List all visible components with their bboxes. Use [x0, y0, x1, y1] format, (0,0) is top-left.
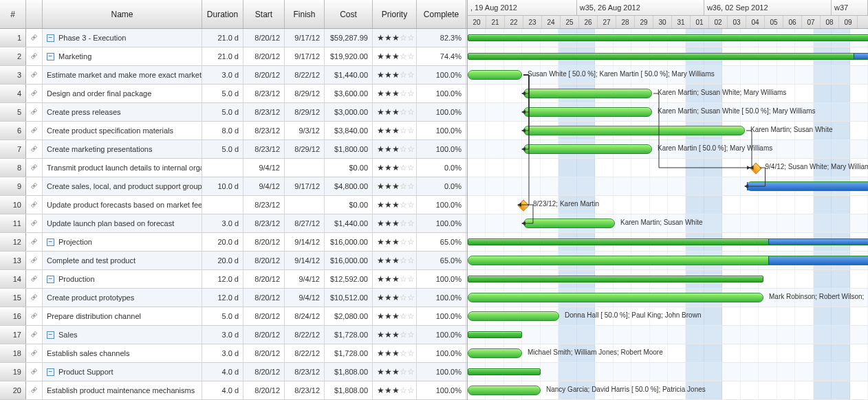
finish-cell[interactable]: 8/22/12 — [285, 326, 325, 344]
task-name-cell[interactable]: Create sales, local, and product support… — [43, 177, 202, 195]
start-cell[interactable]: 8/20/12 — [243, 326, 285, 344]
gantt-row[interactable] — [468, 47, 868, 66]
gantt-row[interactable]: Karen Martin [ 50.0 %]; Mary Williams — [468, 140, 868, 159]
gantt-row[interactable] — [468, 233, 868, 252]
duration-cell[interactable]: 3.0 d — [202, 66, 243, 84]
finish-cell[interactable]: 8/22/12 — [285, 66, 325, 84]
table-row[interactable]: 1−Phase 3 - Execution21.0 d8/20/129/17/1… — [0, 29, 467, 47]
link-icon[interactable] — [26, 344, 43, 362]
day-header[interactable]: 22 — [505, 16, 523, 28]
task-bar[interactable] — [523, 107, 652, 117]
row-number[interactable]: 19 — [0, 363, 26, 381]
row-number[interactable]: 1 — [0, 29, 26, 47]
priority-stars[interactable]: ★★★☆☆ — [377, 163, 415, 173]
complete-cell[interactable]: 100.0% — [417, 307, 466, 325]
priority-stars[interactable]: ★★★☆☆ — [377, 256, 415, 265]
cost-cell[interactable]: $3,000.00 — [325, 103, 373, 121]
cost-cell[interactable]: $2,080.00 — [325, 307, 373, 325]
col-header-start[interactable]: Start — [243, 0, 285, 28]
cost-cell[interactable]: $19,920.00 — [325, 47, 373, 65]
table-row[interactable]: 6Create product specification materials8… — [0, 122, 467, 140]
duration-cell[interactable]: 20.0 d — [202, 233, 243, 251]
task-name-cell[interactable]: −Marketing — [43, 47, 202, 65]
duration-cell[interactable] — [202, 159, 243, 177]
cost-cell[interactable]: $10,512.00 — [325, 289, 373, 307]
task-name-cell[interactable]: Prepare distribution channel — [43, 307, 202, 325]
priority-stars[interactable]: ★★★☆☆ — [377, 33, 415, 43]
priority-cell[interactable]: ★★★☆☆ — [373, 289, 417, 307]
table-row[interactable]: 16Prepare distribution channel5.0 d8/20/… — [0, 307, 467, 326]
priority-stars[interactable]: ★★★☆☆ — [377, 70, 415, 80]
link-icon[interactable] — [26, 66, 43, 84]
link-icon[interactable] — [26, 177, 43, 195]
complete-cell[interactable]: 100.0% — [417, 344, 466, 362]
complete-cell[interactable]: 100.0% — [417, 214, 466, 232]
priority-cell[interactable]: ★★★☆☆ — [373, 47, 417, 65]
priority-cell[interactable]: ★★★☆☆ — [373, 196, 417, 214]
table-row[interactable]: 10Update product forecasts based on mark… — [0, 196, 467, 214]
finish-cell[interactable]: 9/3/12 — [285, 122, 325, 140]
gantt-row[interactable]: Karen Martin; Susan White; Mary Williams — [468, 85, 868, 103]
day-header[interactable]: 24 — [542, 16, 561, 28]
start-cell[interactable]: 8/20/12 — [243, 381, 285, 399]
complete-cell[interactable]: 100.0% — [417, 140, 466, 158]
complete-cell[interactable]: 82.3% — [417, 29, 466, 47]
priority-stars[interactable]: ★★★☆☆ — [377, 386, 415, 395]
priority-stars[interactable]: ★★★☆☆ — [377, 311, 415, 321]
row-number[interactable]: 3 — [0, 66, 26, 84]
priority-cell[interactable]: ★★★☆☆ — [373, 177, 417, 195]
duration-cell[interactable]: 20.0 d — [202, 252, 243, 269]
gantt-row[interactable]: Susan White [ 50.0 %]; Karen Martin [ 50… — [468, 66, 868, 85]
table-row[interactable]: 7Create marketing presentations5.0 d8/23… — [0, 140, 467, 159]
task-bar[interactable] — [523, 144, 652, 154]
start-cell[interactable]: 8/23/12 — [243, 140, 285, 158]
finish-cell[interactable]: 9/4/12 — [285, 289, 325, 307]
task-name-cell[interactable]: Create press releases — [43, 103, 202, 121]
priority-stars[interactable]: ★★★☆☆ — [377, 89, 415, 98]
complete-cell[interactable]: 100.0% — [417, 66, 466, 84]
priority-stars[interactable]: ★★★☆☆ — [377, 237, 415, 247]
table-row[interactable]: 19−Product Support4.0 d8/20/128/23/12$1,… — [0, 363, 467, 381]
link-icon[interactable] — [26, 381, 43, 399]
finish-cell[interactable]: 8/27/12 — [285, 214, 325, 232]
gantt-row[interactable] — [468, 29, 868, 47]
row-number[interactable]: 13 — [0, 252, 26, 269]
row-number[interactable]: 10 — [0, 196, 26, 214]
complete-cell[interactable]: 0.0% — [417, 177, 466, 195]
cost-cell[interactable]: $1,808.00 — [325, 363, 373, 381]
start-cell[interactable]: 8/20/12 — [243, 29, 285, 47]
link-icon[interactable] — [26, 307, 43, 325]
duration-cell[interactable]: 12.0 d — [202, 289, 243, 307]
row-number[interactable]: 11 — [0, 214, 26, 232]
gantt-row[interactable]: 9/4/12; Susan White; Mary Williams — [468, 159, 868, 177]
priority-cell[interactable]: ★★★☆☆ — [373, 66, 417, 84]
col-header-complete[interactable]: Complete — [417, 0, 466, 28]
complete-cell[interactable]: 100.0% — [417, 196, 466, 214]
collapse-icon[interactable]: − — [47, 53, 54, 60]
finish-cell[interactable]: 9/17/12 — [285, 47, 325, 65]
priority-stars[interactable]: ★★★☆☆ — [377, 107, 415, 117]
day-header[interactable]: 01 — [691, 16, 709, 28]
duration-cell[interactable]: 5.0 d — [202, 140, 243, 158]
task-name-cell[interactable]: Create product prototypes — [43, 289, 202, 307]
cost-cell[interactable]: $3,600.00 — [325, 85, 373, 102]
task-bar[interactable] — [523, 219, 615, 228]
priority-cell[interactable]: ★★★☆☆ — [373, 326, 417, 344]
table-row[interactable]: 17−Sales3.0 d8/20/128/22/12$1,728.00★★★☆… — [0, 326, 467, 344]
table-row[interactable]: 20Establish product maintenance mechanis… — [0, 381, 467, 400]
duration-cell[interactable]: 4.0 d — [202, 363, 243, 381]
finish-cell[interactable]: 8/29/12 — [285, 140, 325, 158]
gantt-row[interactable] — [468, 326, 868, 344]
link-icon[interactable] — [26, 214, 43, 232]
task-bar[interactable] — [468, 293, 763, 302]
link-icon[interactable] — [26, 122, 43, 140]
link-icon[interactable] — [26, 85, 43, 102]
complete-cell[interactable]: 100.0% — [417, 381, 466, 399]
duration-cell[interactable]: 3.0 d — [202, 326, 243, 344]
complete-cell[interactable]: 100.0% — [417, 326, 466, 344]
finish-cell[interactable]: 9/14/12 — [285, 252, 325, 269]
gantt-row[interactable]: Nancy Garcia; David Harris [ 50.0 %]; Pa… — [468, 381, 868, 400]
cost-cell[interactable]: $12,592.00 — [325, 270, 373, 288]
cost-cell[interactable]: $16,000.00 — [325, 252, 373, 269]
day-header[interactable]: 08 — [821, 16, 839, 28]
